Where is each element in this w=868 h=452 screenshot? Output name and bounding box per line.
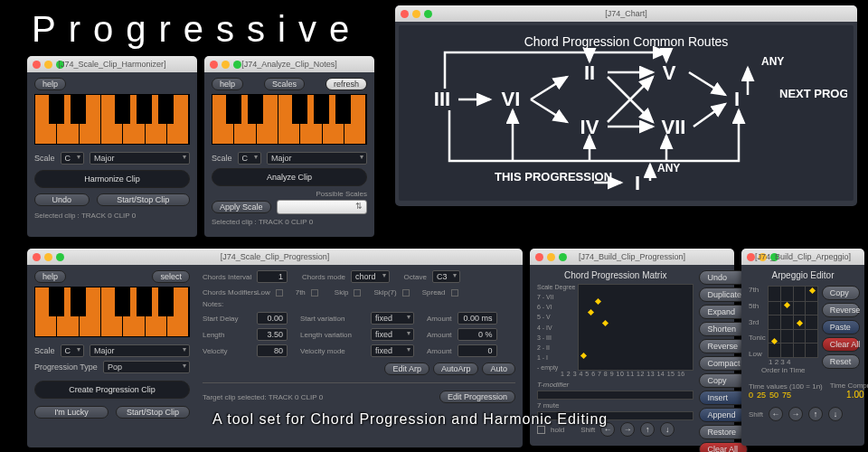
timecomp-label: Time Compress (830, 381, 868, 390)
startdelay-box[interactable]: 0.00 (257, 312, 288, 325)
scale-type-select[interactable]: Major (90, 152, 190, 165)
startstop-button[interactable]: Start/Stop Clip (116, 406, 190, 419)
length-box[interactable]: 3.50 (257, 328, 288, 341)
lenamt-box[interactable]: 0 % (458, 328, 497, 341)
autoarp-button[interactable]: AutoArp (433, 363, 479, 375)
octave-select[interactable]: C3 (432, 270, 461, 283)
keyboard[interactable] (34, 94, 190, 145)
scale-root-select[interactable]: C (238, 152, 262, 165)
startamt-box[interactable]: 0.00 ms (458, 312, 497, 325)
low-checkbox[interactable]: Low (257, 288, 270, 297)
clearall-button[interactable]: Clear All (822, 337, 860, 352)
scale-type-select[interactable]: Major (90, 344, 190, 357)
startvar-select[interactable]: fixed (371, 312, 414, 325)
chords-interval-label: Chords Interval (203, 273, 251, 281)
shift-left-icon[interactable]: ← (769, 407, 783, 421)
progtype-select[interactable]: Pop (103, 361, 190, 373)
window-title: [J74_Analyze_Clip_Notes] (204, 60, 374, 69)
arp-ylabel: 5th (749, 302, 766, 310)
keyboard[interactable] (34, 287, 190, 337)
reset-button[interactable]: Reset (822, 354, 860, 369)
help-button[interactable]: help (34, 270, 66, 283)
harmonize-button[interactable]: Harmonize Clip (34, 170, 190, 188)
lucky-button[interactable]: I'm Lucky (34, 406, 108, 419)
svg-text:IV: IV (580, 116, 599, 138)
window-title: [J74_Chart] (395, 9, 857, 18)
clearall-button[interactable]: Clear All (699, 442, 748, 452)
startamt-label: Amount (427, 315, 452, 323)
editarp-button[interactable]: Edit Arp (384, 363, 429, 375)
tmod-strip[interactable] (537, 391, 693, 400)
timevals-label: Time values (100 = 1n) (749, 382, 823, 391)
refresh-button[interactable]: refresh (326, 78, 367, 90)
matrix-title: Chord Progression Matrix (537, 270, 693, 280)
scale-type-select[interactable]: Major (267, 152, 367, 165)
velocity-box[interactable]: 80 (257, 344, 288, 357)
paste-button[interactable]: Paste (822, 320, 860, 334)
timecomp-value[interactable]: 1.00 (846, 390, 863, 400)
timeval[interactable]: 50 (769, 391, 778, 400)
routes-window: [J74_Chart] Chord Progression Common Rou… (395, 5, 857, 206)
length-label: Length (203, 331, 251, 339)
spread-checkbox[interactable]: Spread (422, 288, 446, 297)
shift-up-icon[interactable]: ↑ (640, 422, 655, 437)
svg-text:I: I (635, 172, 640, 194)
analyze-button[interactable]: Analyze Clip (212, 168, 367, 186)
shift-label: Shift (749, 410, 763, 419)
scale-root-select[interactable]: C (61, 344, 85, 357)
hero-title: Progressive (32, 9, 362, 50)
shift-down-icon[interactable]: ↓ (660, 422, 675, 437)
routes-diagram: Chord Progression Common Routes (399, 25, 854, 201)
chords-mode-select[interactable]: chord (351, 270, 390, 283)
copy-button[interactable]: Copy (822, 286, 860, 300)
svg-text:ANY: ANY (657, 162, 680, 174)
velmode-select[interactable]: fixed (371, 344, 414, 357)
timeval[interactable]: 25 (757, 391, 766, 400)
timeval[interactable]: 75 (782, 391, 791, 400)
undo-button[interactable]: Undo (34, 193, 90, 206)
scale-root-select[interactable]: C (61, 152, 85, 165)
tagline-text: A tool set for Chord Progression and Har… (212, 411, 608, 428)
scale-label: Scale (34, 154, 55, 163)
shift-right-icon[interactable]: → (620, 422, 635, 437)
matrix-grid[interactable] (578, 284, 693, 371)
editprog-button[interactable]: Edit Progression (439, 391, 515, 403)
harmonizer-window: [J74_Scale_Clip_Harmonizer] help Scale C… (27, 56, 197, 237)
velamt-box[interactable]: 0 (458, 344, 497, 357)
timeval[interactable]: 0 (749, 391, 753, 400)
help-button[interactable]: help (34, 78, 66, 90)
svg-text:II: II (584, 61, 595, 84)
routes-svg: III VI II IV V VII I I ANY ANY NEXT PROG… (404, 45, 847, 199)
progtype-label: Progression Type (34, 363, 98, 372)
select-button[interactable]: select (152, 270, 190, 283)
octave-label: Octave (404, 273, 427, 281)
svg-text:VI: VI (502, 88, 521, 110)
skip-checkbox[interactable]: Skip (335, 288, 349, 297)
reverse-button[interactable]: Reverse (822, 303, 860, 317)
x-numbers: 1 2 3 4 5 6 7 8 9 10 11 12 13 14 15 16 (561, 371, 693, 377)
scales-button[interactable]: Scales (264, 78, 305, 90)
shift-right-icon[interactable]: → (788, 407, 803, 421)
apply-scale-button[interactable]: Apply Scale (212, 201, 271, 213)
auto-button[interactable]: Auto (482, 363, 515, 375)
arp-grid[interactable] (768, 286, 818, 358)
lenvar-select[interactable]: fixed (371, 328, 414, 341)
7mute-label: 7 mute (537, 401, 693, 410)
7th-checkbox[interactable]: 7th (296, 288, 306, 297)
lenvar-label: Length variation (300, 331, 365, 339)
possible-scales-select[interactable] (277, 200, 367, 214)
svg-text:I: I (734, 88, 740, 110)
degree-label: - empty (537, 364, 575, 371)
skip7-checkbox[interactable]: Skip(7) (373, 288, 396, 297)
startstop-button[interactable]: Start/Stop Clip (97, 193, 190, 206)
chords-interval-box[interactable]: 1 (257, 270, 288, 283)
titlebar: [J74_Chart] (395, 5, 857, 22)
help-button[interactable]: help (212, 78, 243, 90)
keyboard[interactable] (212, 94, 367, 145)
notes-label: Notes: (203, 300, 515, 308)
shift-up-icon[interactable]: ↑ (808, 407, 823, 421)
degree-label: 7 - VII (537, 294, 575, 300)
arp-ylabel: Tonic (749, 334, 766, 342)
create-button[interactable]: Create Progression Clip (34, 381, 190, 399)
shift-down-icon[interactable]: ↓ (828, 407, 843, 421)
